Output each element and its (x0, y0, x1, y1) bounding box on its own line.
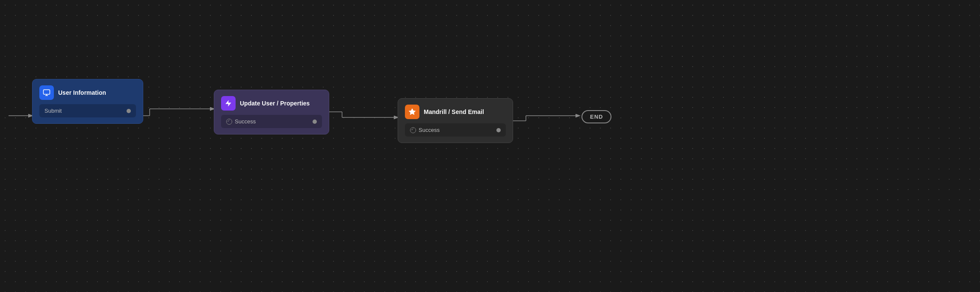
mandrill-success: Success (410, 127, 440, 133)
user-info-output-port (127, 109, 131, 113)
workflow-canvas: User Information Submit Update User / Pr… (0, 0, 980, 292)
update-user-title: Update User / Properties (240, 100, 310, 107)
user-info-header: User Information (39, 85, 136, 100)
update-user-header: Update User / Properties (221, 96, 322, 111)
mandrill-header: Mandrill / Send Email (405, 105, 506, 119)
update-user-icon (221, 96, 236, 111)
update-user-check-icon (226, 119, 232, 125)
end-node: END (582, 110, 611, 123)
mandrill-body: Success (405, 123, 506, 137)
update-user-success: Success (226, 118, 256, 125)
svg-rect-12 (44, 90, 50, 94)
user-info-node[interactable]: User Information Submit (32, 79, 143, 124)
update-user-output-port (313, 120, 317, 124)
user-info-icon (39, 85, 54, 100)
user-info-body: Submit (39, 104, 136, 117)
mandrill-node[interactable]: Mandrill / Send Email Success (398, 98, 513, 143)
end-label: END (590, 114, 603, 120)
svg-marker-15 (225, 100, 231, 107)
user-info-submit: Submit (44, 108, 62, 114)
mandrill-output-port (496, 128, 501, 132)
user-info-title: User Information (58, 89, 106, 96)
mandrill-check-icon (410, 127, 416, 133)
mandrill-icon (405, 105, 419, 119)
update-user-node[interactable]: Update User / Properties Success (214, 90, 329, 134)
mandrill-title: Mandrill / Send Email (424, 108, 484, 115)
connector-lines (0, 0, 980, 292)
update-user-body: Success (221, 115, 322, 128)
